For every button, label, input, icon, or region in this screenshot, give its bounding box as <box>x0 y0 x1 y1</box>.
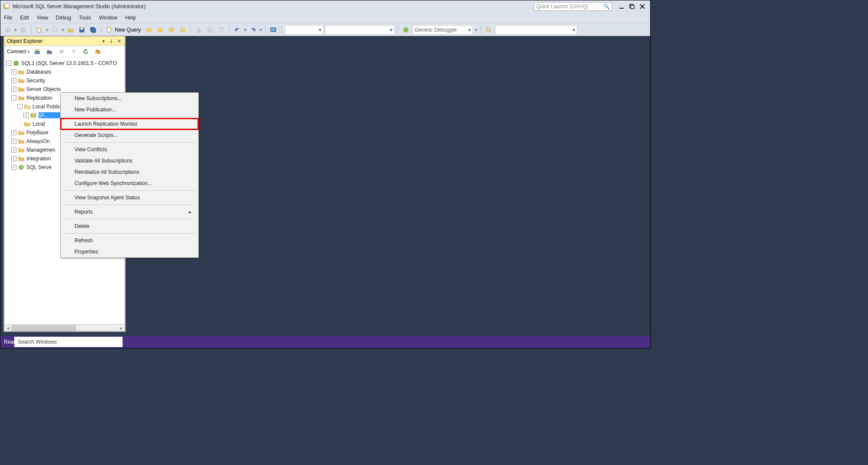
menu-tools[interactable]: Tools <box>79 15 91 21</box>
db-query-button-4[interactable] <box>178 25 188 35</box>
disconnect-server-icon[interactable] <box>45 47 54 56</box>
folder-icon <box>18 69 25 75</box>
nav-back-button[interactable] <box>3 25 13 35</box>
menu-debug[interactable]: Debug <box>56 15 71 21</box>
main-toolbar: ▾ ▾ ▾ New Query ▾ ▾ ▾ ▾ Generic Debugger… <box>0 23 650 36</box>
object-explorer-toolbar: Connect ▾ <box>4 46 125 57</box>
menu-launch-replication-monitor[interactable]: Launch Replication Monitor <box>61 118 198 130</box>
app-title: Microsoft SQL Server Management Studio (… <box>13 3 146 10</box>
menu-view[interactable]: View <box>37 15 48 21</box>
expand-icon[interactable]: + <box>23 113 29 118</box>
menu-new-subscriptions[interactable]: New Subscriptions... <box>61 93 198 104</box>
menu-help[interactable]: Help <box>125 15 136 21</box>
activity-monitor-button[interactable] <box>269 25 278 35</box>
publication-context-menu: New Subscriptions... New Publication... … <box>60 92 199 258</box>
svg-point-17 <box>110 27 112 30</box>
title-bar: Microsoft SQL Server Management Studio (… <box>0 0 650 13</box>
find-input[interactable]: ▾ <box>495 25 577 35</box>
save-button[interactable] <box>77 25 87 35</box>
expand-icon[interactable]: + <box>11 165 16 170</box>
expand-icon[interactable]: + <box>11 139 16 144</box>
folder-icon <box>18 78 25 84</box>
close-panel-icon[interactable]: ✕ <box>116 38 122 44</box>
undo-button[interactable] <box>233 25 242 35</box>
menu-configure-web-sync[interactable]: Configure Web Synchronization... <box>61 178 198 189</box>
taskbar: Ready Search Windows <box>0 336 650 348</box>
stop-refresh-icon[interactable] <box>93 47 103 56</box>
db-query-button-1[interactable] <box>144 25 154 35</box>
folder-icon <box>18 147 25 153</box>
cut-button[interactable] <box>194 25 204 35</box>
debugger-selector[interactable]: Generic Debugger ▾ <box>412 25 473 35</box>
debugger-icon[interactable] <box>401 25 411 35</box>
menu-reports[interactable]: Reports▸ <box>61 206 198 218</box>
expand-icon[interactable]: + <box>11 147 16 153</box>
new-project-button[interactable] <box>35 25 44 35</box>
server-label: SQL1 (SQL Server 13.0.1601.5 - CONTO <box>21 60 117 66</box>
menu-view-conflicts[interactable]: View Conflicts <box>61 144 198 155</box>
horizontal-scrollbar[interactable]: ◂ ▸ <box>4 324 125 331</box>
expand-icon[interactable]: + <box>11 78 16 83</box>
save-all-button[interactable] <box>88 25 98 35</box>
nav-forward-button[interactable] <box>19 25 28 35</box>
minimize-button[interactable] <box>616 1 627 12</box>
menu-delete[interactable]: Delete <box>61 221 198 232</box>
new-item-button[interactable] <box>50 25 60 35</box>
connect-button[interactable]: Connect ▾ <box>7 49 30 55</box>
svg-point-7 <box>6 28 10 32</box>
tree-security-node[interactable]: + Security <box>5 76 124 85</box>
quick-launch-input[interactable]: Quick Launch (Ctrl+Q) 🔍 <box>534 2 612 11</box>
search-icon: 🔍 <box>603 3 610 10</box>
submenu-arrow-icon: ▸ <box>189 209 191 215</box>
maximize-button[interactable] <box>627 1 637 12</box>
menu-edit[interactable]: Edit <box>20 15 29 21</box>
paste-button[interactable] <box>217 25 226 35</box>
find-button[interactable] <box>484 25 493 35</box>
menu-file[interactable]: File <box>4 15 12 21</box>
tree-server-node[interactable]: − SQL1 (SQL Server 13.0.1601.5 - CONTO <box>5 59 124 68</box>
connect-label: Connect <box>7 49 26 55</box>
stop-icon[interactable] <box>57 47 66 56</box>
svg-rect-29 <box>220 27 222 29</box>
svg-rect-34 <box>35 51 39 54</box>
folder-icon <box>24 121 31 127</box>
menu-reinitialize-all-subscriptions[interactable]: Reinitialize All Subscriptions <box>61 166 198 178</box>
connect-server-icon[interactable] <box>32 47 42 56</box>
publication-icon <box>30 112 37 118</box>
collapse-icon[interactable]: − <box>17 104 23 109</box>
new-query-button[interactable]: New Query <box>104 25 143 35</box>
menu-new-publication[interactable]: New Publication... <box>61 104 198 115</box>
filter-icon[interactable] <box>69 47 78 56</box>
menu-view-snapshot-agent-status[interactable]: View Snapshot Agent Status <box>61 192 198 203</box>
collapse-icon[interactable]: − <box>11 95 16 101</box>
menu-refresh[interactable]: Refresh <box>61 235 198 246</box>
menu-window[interactable]: Window <box>99 15 117 21</box>
database-selector[interactable]: ▾ <box>285 25 324 35</box>
app-icon <box>3 3 10 10</box>
svg-point-10 <box>39 27 42 30</box>
db-query-button-2[interactable] <box>155 25 165 35</box>
scroll-left-icon[interactable]: ◂ <box>4 325 11 332</box>
pin-icon[interactable] <box>108 38 114 44</box>
menu-validate-all-subscriptions[interactable]: Validate All Subscriptions <box>61 155 198 166</box>
redo-button[interactable] <box>248 25 258 35</box>
folder-icon <box>18 156 25 162</box>
db-query-button-3[interactable] <box>167 25 176 35</box>
menu-properties[interactable]: Properties <box>61 246 198 257</box>
scroll-right-icon[interactable]: ▸ <box>118 325 125 332</box>
expand-icon[interactable]: + <box>11 87 16 92</box>
scroll-thumb[interactable] <box>11 325 76 331</box>
expand-icon[interactable]: + <box>11 130 16 135</box>
close-button[interactable] <box>637 1 648 12</box>
dropdown-icon[interactable]: ▾ <box>100 38 107 44</box>
expand-icon[interactable]: + <box>11 156 16 161</box>
tree-databases-node[interactable]: + Databases <box>5 68 124 76</box>
menu-generate-scripts[interactable]: Generate Scripts... <box>61 130 198 141</box>
execute-mode-selector[interactable]: ▾ <box>325 25 395 35</box>
collapse-icon[interactable]: − <box>6 61 11 66</box>
copy-button[interactable] <box>205 25 215 35</box>
open-file-button[interactable] <box>66 25 75 35</box>
refresh-icon[interactable] <box>81 47 91 56</box>
expand-icon[interactable]: + <box>11 69 16 75</box>
taskbar-search-input[interactable]: Search Windows <box>14 337 123 347</box>
